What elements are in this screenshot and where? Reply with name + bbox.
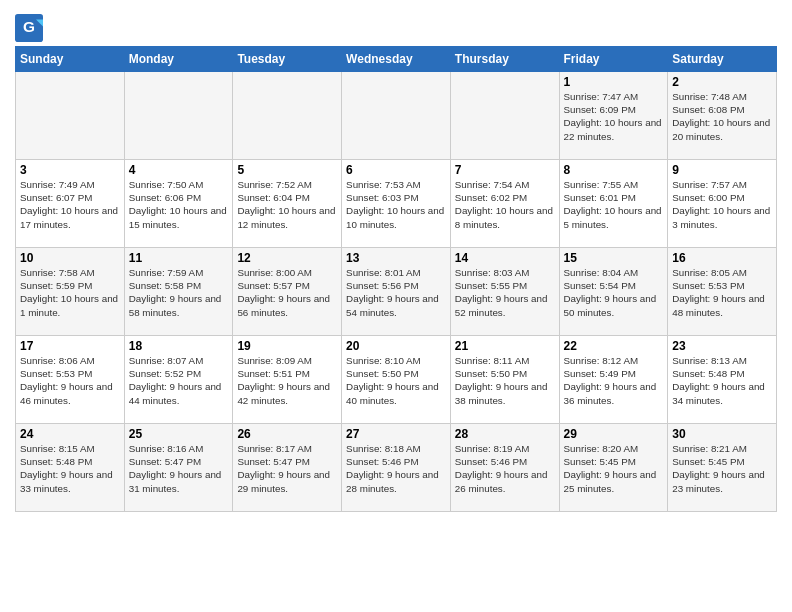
day-number: 12 [237,251,337,265]
calendar-cell: 22Sunrise: 8:12 AM Sunset: 5:49 PM Dayli… [559,336,668,424]
day-number: 4 [129,163,229,177]
day-info: Sunrise: 7:48 AM Sunset: 6:08 PM Dayligh… [672,90,772,143]
day-info: Sunrise: 8:06 AM Sunset: 5:53 PM Dayligh… [20,354,120,407]
calendar-cell [450,72,559,160]
calendar-cell: 21Sunrise: 8:11 AM Sunset: 5:50 PM Dayli… [450,336,559,424]
day-number: 27 [346,427,446,441]
day-info: Sunrise: 7:59 AM Sunset: 5:58 PM Dayligh… [129,266,229,319]
week-row-3: 10Sunrise: 7:58 AM Sunset: 5:59 PM Dayli… [16,248,777,336]
calendar-cell: 13Sunrise: 8:01 AM Sunset: 5:56 PM Dayli… [342,248,451,336]
calendar-cell: 17Sunrise: 8:06 AM Sunset: 5:53 PM Dayli… [16,336,125,424]
calendar-cell: 7Sunrise: 7:54 AM Sunset: 6:02 PM Daylig… [450,160,559,248]
day-number: 1 [564,75,664,89]
day-number: 18 [129,339,229,353]
calendar-body: 1Sunrise: 7:47 AM Sunset: 6:09 PM Daylig… [16,72,777,512]
day-info: Sunrise: 7:49 AM Sunset: 6:07 PM Dayligh… [20,178,120,231]
calendar-table: SundayMondayTuesdayWednesdayThursdayFrid… [15,46,777,512]
day-number: 26 [237,427,337,441]
weekday-wednesday: Wednesday [342,47,451,72]
day-info: Sunrise: 8:10 AM Sunset: 5:50 PM Dayligh… [346,354,446,407]
day-info: Sunrise: 8:19 AM Sunset: 5:46 PM Dayligh… [455,442,555,495]
day-info: Sunrise: 8:16 AM Sunset: 5:47 PM Dayligh… [129,442,229,495]
calendar-cell: 5Sunrise: 7:52 AM Sunset: 6:04 PM Daylig… [233,160,342,248]
weekday-thursday: Thursday [450,47,559,72]
calendar-cell: 18Sunrise: 8:07 AM Sunset: 5:52 PM Dayli… [124,336,233,424]
calendar-cell: 27Sunrise: 8:18 AM Sunset: 5:46 PM Dayli… [342,424,451,512]
day-number: 15 [564,251,664,265]
calendar-cell: 10Sunrise: 7:58 AM Sunset: 5:59 PM Dayli… [16,248,125,336]
weekday-friday: Friday [559,47,668,72]
day-number: 5 [237,163,337,177]
calendar-cell: 2Sunrise: 7:48 AM Sunset: 6:08 PM Daylig… [668,72,777,160]
calendar-cell: 23Sunrise: 8:13 AM Sunset: 5:48 PM Dayli… [668,336,777,424]
week-row-4: 17Sunrise: 8:06 AM Sunset: 5:53 PM Dayli… [16,336,777,424]
day-number: 21 [455,339,555,353]
day-number: 11 [129,251,229,265]
day-number: 24 [20,427,120,441]
calendar-cell: 20Sunrise: 8:10 AM Sunset: 5:50 PM Dayli… [342,336,451,424]
day-info: Sunrise: 8:17 AM Sunset: 5:47 PM Dayligh… [237,442,337,495]
calendar-cell: 9Sunrise: 7:57 AM Sunset: 6:00 PM Daylig… [668,160,777,248]
day-info: Sunrise: 7:53 AM Sunset: 6:03 PM Dayligh… [346,178,446,231]
calendar-cell: 1Sunrise: 7:47 AM Sunset: 6:09 PM Daylig… [559,72,668,160]
day-number: 13 [346,251,446,265]
day-number: 30 [672,427,772,441]
calendar-cell: 11Sunrise: 7:59 AM Sunset: 5:58 PM Dayli… [124,248,233,336]
day-info: Sunrise: 8:18 AM Sunset: 5:46 PM Dayligh… [346,442,446,495]
day-number: 8 [564,163,664,177]
day-info: Sunrise: 7:58 AM Sunset: 5:59 PM Dayligh… [20,266,120,319]
calendar-cell [233,72,342,160]
day-number: 29 [564,427,664,441]
day-info: Sunrise: 7:47 AM Sunset: 6:09 PM Dayligh… [564,90,664,143]
calendar-cell [124,72,233,160]
day-info: Sunrise: 8:00 AM Sunset: 5:57 PM Dayligh… [237,266,337,319]
svg-text:G: G [23,18,35,35]
calendar-cell: 8Sunrise: 7:55 AM Sunset: 6:01 PM Daylig… [559,160,668,248]
weekday-saturday: Saturday [668,47,777,72]
day-info: Sunrise: 7:57 AM Sunset: 6:00 PM Dayligh… [672,178,772,231]
calendar-cell: 29Sunrise: 8:20 AM Sunset: 5:45 PM Dayli… [559,424,668,512]
day-number: 23 [672,339,772,353]
calendar-cell: 3Sunrise: 7:49 AM Sunset: 6:07 PM Daylig… [16,160,125,248]
day-info: Sunrise: 7:55 AM Sunset: 6:01 PM Dayligh… [564,178,664,231]
calendar-cell: 6Sunrise: 7:53 AM Sunset: 6:03 PM Daylig… [342,160,451,248]
day-number: 20 [346,339,446,353]
calendar-cell: 16Sunrise: 8:05 AM Sunset: 5:53 PM Dayli… [668,248,777,336]
day-number: 19 [237,339,337,353]
weekday-header: SundayMondayTuesdayWednesdayThursdayFrid… [16,47,777,72]
header: G [15,10,777,42]
day-number: 3 [20,163,120,177]
weekday-monday: Monday [124,47,233,72]
day-number: 7 [455,163,555,177]
day-number: 28 [455,427,555,441]
calendar-cell: 15Sunrise: 8:04 AM Sunset: 5:54 PM Dayli… [559,248,668,336]
calendar-cell: 19Sunrise: 8:09 AM Sunset: 5:51 PM Dayli… [233,336,342,424]
day-info: Sunrise: 8:03 AM Sunset: 5:55 PM Dayligh… [455,266,555,319]
day-number: 9 [672,163,772,177]
day-info: Sunrise: 8:05 AM Sunset: 5:53 PM Dayligh… [672,266,772,319]
day-info: Sunrise: 8:15 AM Sunset: 5:48 PM Dayligh… [20,442,120,495]
day-number: 17 [20,339,120,353]
day-info: Sunrise: 7:54 AM Sunset: 6:02 PM Dayligh… [455,178,555,231]
logo: G [15,14,47,42]
calendar-cell: 14Sunrise: 8:03 AM Sunset: 5:55 PM Dayli… [450,248,559,336]
day-info: Sunrise: 8:12 AM Sunset: 5:49 PM Dayligh… [564,354,664,407]
day-info: Sunrise: 8:13 AM Sunset: 5:48 PM Dayligh… [672,354,772,407]
logo-icon: G [15,14,43,42]
weekday-tuesday: Tuesday [233,47,342,72]
calendar-cell: 12Sunrise: 8:00 AM Sunset: 5:57 PM Dayli… [233,248,342,336]
day-info: Sunrise: 7:52 AM Sunset: 6:04 PM Dayligh… [237,178,337,231]
calendar-cell: 26Sunrise: 8:17 AM Sunset: 5:47 PM Dayli… [233,424,342,512]
week-row-2: 3Sunrise: 7:49 AM Sunset: 6:07 PM Daylig… [16,160,777,248]
weekday-sunday: Sunday [16,47,125,72]
calendar-cell: 30Sunrise: 8:21 AM Sunset: 5:45 PM Dayli… [668,424,777,512]
day-info: Sunrise: 8:04 AM Sunset: 5:54 PM Dayligh… [564,266,664,319]
calendar-cell: 24Sunrise: 8:15 AM Sunset: 5:48 PM Dayli… [16,424,125,512]
day-info: Sunrise: 8:01 AM Sunset: 5:56 PM Dayligh… [346,266,446,319]
day-info: Sunrise: 8:07 AM Sunset: 5:52 PM Dayligh… [129,354,229,407]
day-number: 22 [564,339,664,353]
day-info: Sunrise: 8:09 AM Sunset: 5:51 PM Dayligh… [237,354,337,407]
week-row-5: 24Sunrise: 8:15 AM Sunset: 5:48 PM Dayli… [16,424,777,512]
day-number: 25 [129,427,229,441]
day-number: 10 [20,251,120,265]
